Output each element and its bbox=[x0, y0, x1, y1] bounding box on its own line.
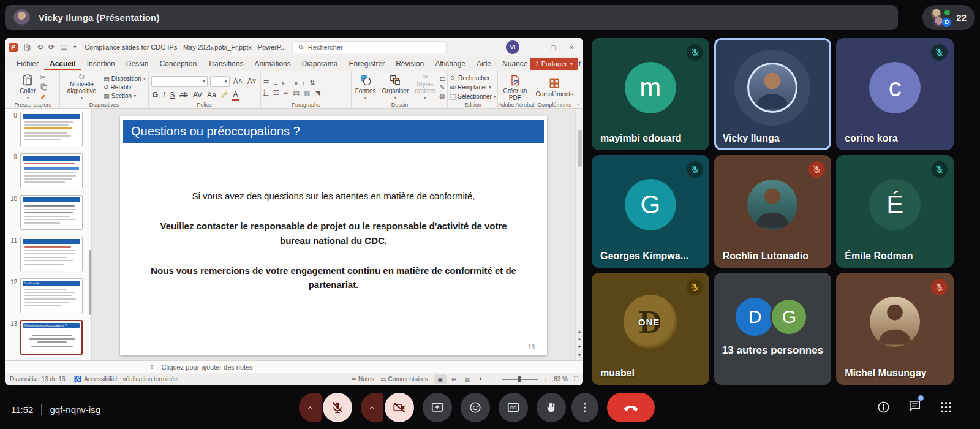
shape-fill-icon[interactable]: 🗀 bbox=[439, 75, 446, 82]
decrease-indent-icon[interactable]: ⇤ bbox=[282, 80, 287, 86]
paste-button[interactable]: Coller▾ bbox=[18, 74, 37, 101]
thumbnail-slide-8[interactable]: 8 bbox=[5, 112, 90, 146]
maximize-button[interactable]: ▢ bbox=[545, 40, 561, 54]
menu-transitions[interactable]: Transitions bbox=[202, 58, 249, 70]
underline-button[interactable]: S bbox=[168, 91, 176, 99]
shape-effects-icon[interactable]: ◍ bbox=[439, 93, 446, 99]
thumbnail-slide-12[interactable]: 12 Conformité bbox=[5, 278, 90, 313]
reactions-button[interactable] bbox=[461, 393, 490, 422]
slide-canvas[interactable]: Questions ou préoccupations ? Si vous av… bbox=[120, 116, 547, 355]
increase-indent-icon[interactable]: ⇥ bbox=[292, 80, 297, 86]
addins-button[interactable]: Compléments bbox=[533, 74, 575, 101]
start-slideshow-icon[interactable] bbox=[60, 44, 68, 51]
tile-other-participants[interactable]: D G 13 autres personnes bbox=[714, 273, 832, 385]
apps-button[interactable] bbox=[939, 400, 953, 414]
find-button[interactable]: Rechercher bbox=[450, 75, 496, 82]
italic-button[interactable]: I bbox=[162, 91, 166, 99]
menu-enregistrer[interactable]: Enregistrer bbox=[343, 58, 390, 70]
shapes-button[interactable]: Formes▾ bbox=[353, 74, 378, 101]
accessibility-status[interactable]: ♿ Accessibilité : vérification terminée bbox=[74, 376, 178, 382]
slide-body-text[interactable]: Si vous avez des questions sur les atten… bbox=[149, 189, 518, 308]
participant-count-pill[interactable]: D 22 bbox=[922, 5, 975, 30]
font-name-select[interactable]: ▾ bbox=[151, 76, 208, 87]
columns-icon[interactable]: ▥ bbox=[304, 89, 310, 96]
bullets-icon[interactable]: ☰ bbox=[263, 80, 270, 86]
comments-toggle[interactable]: ▭ Commentaires bbox=[380, 376, 428, 382]
quick-styles-button[interactable]: Styles rapides▾ bbox=[413, 74, 437, 101]
smartart-icon[interactable]: ⬔ bbox=[314, 89, 320, 96]
chat-button[interactable] bbox=[908, 399, 922, 416]
normal-view-button[interactable]: ▣ bbox=[434, 374, 447, 384]
align-left-icon[interactable]: ⬱ bbox=[263, 89, 269, 96]
tile-georges-kimpwa[interactable]: G Georges Kimpwa... bbox=[592, 155, 709, 267]
notes-pane[interactable]: ⇕ Cliquez pour ajouter des notes bbox=[5, 360, 583, 373]
slide-editing-area[interactable]: Questions ou préoccupations ? Si vous av… bbox=[92, 109, 583, 360]
share-button[interactable]: ⤴ Partager ▾ bbox=[530, 58, 578, 70]
create-pdf-button[interactable]: Créer un PDF bbox=[500, 74, 529, 101]
menu-insertion[interactable]: Insertion bbox=[81, 58, 121, 70]
thumbnail-scrollbar[interactable] bbox=[88, 109, 91, 360]
tile-vicky-ilunga[interactable]: Vicky Ilunga bbox=[714, 38, 832, 150]
notes-resize-handle[interactable]: ⇕ bbox=[149, 364, 154, 370]
slide-scrollbar[interactable]: ▴ ⏶ ⏷ ▾ bbox=[575, 109, 583, 360]
align-center-icon[interactable]: ☷ bbox=[273, 89, 279, 96]
presentation-banner[interactable]: Vicky Ilunga (Présentation) bbox=[5, 5, 898, 30]
scroll-down-icon[interactable]: ▾ bbox=[578, 353, 581, 358]
tile-mayimbi-edouard[interactable]: m mayimbi edouard bbox=[592, 38, 709, 150]
menu-revision[interactable]: Révision bbox=[390, 58, 429, 70]
font-size-select[interactable]: ▾ bbox=[210, 76, 230, 87]
fit-to-window-icon[interactable]: ⛶ bbox=[574, 376, 578, 383]
section-button[interactable]: ▦Section▾ bbox=[103, 93, 145, 99]
select-button[interactable]: ⬚Sélectionner▾ bbox=[450, 93, 496, 100]
present-button[interactable] bbox=[423, 393, 452, 422]
close-button[interactable]: ✕ bbox=[564, 40, 579, 54]
mic-options-button[interactable] bbox=[299, 393, 322, 422]
thumbnail-slide-10[interactable]: 10 bbox=[5, 195, 90, 230]
end-call-button[interactable] bbox=[607, 393, 655, 422]
thumbnail-slide-9[interactable]: 9 bbox=[5, 153, 90, 188]
notes-placeholder[interactable]: Cliquez pour ajouter des notes bbox=[162, 363, 253, 371]
arrange-button[interactable]: Organiser▾ bbox=[380, 74, 411, 101]
mic-mute-button[interactable] bbox=[323, 393, 352, 422]
numbering-icon[interactable]: ≡ bbox=[274, 80, 277, 86]
more-options-button[interactable] bbox=[571, 393, 598, 422]
scroll-up-icon[interactable]: ▴ bbox=[578, 329, 581, 334]
ribbon-search-box[interactable]: Rechercher bbox=[292, 41, 447, 53]
slide-title-banner[interactable]: Questions ou préoccupations ? bbox=[123, 120, 544, 143]
redo-icon[interactable]: ⟳ bbox=[48, 44, 55, 51]
menu-accueil[interactable]: Accueil bbox=[44, 58, 81, 70]
minimize-button[interactable]: – bbox=[527, 40, 543, 54]
slide-sorter-view-button[interactable]: ⊞ bbox=[448, 374, 460, 384]
reset-button[interactable]: ↺Rétablir bbox=[103, 84, 145, 91]
tile-muabel[interactable]: D ONE muabel bbox=[592, 273, 709, 385]
menu-affichage[interactable]: Affichage bbox=[429, 58, 471, 70]
undo-icon[interactable]: ⟲ bbox=[37, 44, 43, 51]
collapse-ribbon-icon[interactable]: ⌄ bbox=[576, 101, 581, 106]
character-spacing-button[interactable]: AV bbox=[192, 91, 203, 99]
text-direction-icon[interactable]: ⇅ bbox=[309, 80, 315, 86]
replace-button[interactable]: abRemplacer▾ bbox=[450, 84, 496, 91]
font-color-icon[interactable]: A bbox=[232, 90, 239, 101]
menu-diaporama[interactable]: Diaporama bbox=[296, 58, 344, 70]
reading-view-button[interactable]: ▤ bbox=[461, 374, 473, 384]
menu-fichier[interactable]: Fichier bbox=[11, 58, 44, 70]
menu-animations[interactable]: Animations bbox=[249, 58, 296, 70]
zoom-level[interactable]: 83 % bbox=[554, 376, 568, 382]
qat-customize-icon[interactable]: ▾ bbox=[74, 45, 76, 50]
strikethrough-button[interactable]: ab bbox=[178, 91, 189, 99]
new-slide-button[interactable]: Nouvelle diapositive▾ bbox=[62, 74, 100, 101]
next-slide-icon[interactable]: ⏷ bbox=[578, 345, 581, 350]
menu-aide[interactable]: Aide bbox=[471, 58, 497, 70]
copy-icon[interactable] bbox=[40, 83, 48, 91]
menu-dessin[interactable]: Dessin bbox=[121, 58, 154, 70]
shape-outline-icon[interactable]: ✎ bbox=[439, 84, 446, 91]
zoom-in-icon[interactable]: + bbox=[544, 376, 548, 382]
save-icon[interactable] bbox=[23, 44, 31, 51]
thumbnail-slide-13[interactable]: 13 Questions ou préoccupations ? bbox=[5, 320, 90, 355]
highlight-color-icon[interactable]: 🖉 bbox=[220, 91, 230, 99]
previous-slide-icon[interactable]: ⏶ bbox=[578, 337, 581, 342]
info-button[interactable] bbox=[876, 400, 891, 414]
thumbnail-slide-11[interactable]: 11 bbox=[5, 237, 90, 271]
cut-icon[interactable]: ✂ bbox=[40, 74, 48, 81]
shrink-font-icon[interactable]: A˅ bbox=[246, 77, 258, 86]
